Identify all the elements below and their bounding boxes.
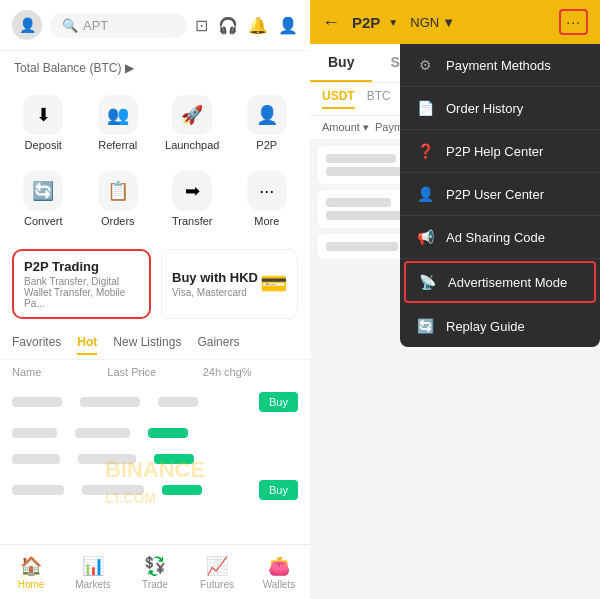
transfer-label: Transfer xyxy=(172,215,213,227)
seller-blur xyxy=(326,198,391,207)
tab-hot[interactable]: Hot xyxy=(77,331,97,355)
convert-label: Convert xyxy=(24,215,63,227)
tab-buy[interactable]: Buy xyxy=(310,44,372,82)
dropdown-menu: ⚙ Payment Methods 📄 Order History ❓ P2P … xyxy=(400,44,600,347)
tab-usdt[interactable]: USDT xyxy=(322,89,355,109)
replay-label: Replay Guide xyxy=(446,319,525,334)
col-change: 24h chg% xyxy=(203,366,298,378)
nav-trade[interactable]: 💱 Trade xyxy=(124,555,186,590)
header-icons: ⊡ 🎧 🔔 👤 xyxy=(195,16,298,35)
ad-sharing-icon: 📢 xyxy=(416,229,434,245)
referral-label: Referral xyxy=(98,139,137,151)
change-blur-green xyxy=(154,454,194,464)
action-convert[interactable]: 🔄 Convert xyxy=(8,163,79,235)
action-deposit[interactable]: ⬇ Deposit xyxy=(8,87,79,159)
markets-label: Markets xyxy=(75,579,111,590)
search-icon: 🔍 xyxy=(62,18,78,33)
bell-icon[interactable]: 🔔 xyxy=(248,16,268,35)
name-blur xyxy=(12,428,57,438)
menu-order-history[interactable]: 📄 Order History xyxy=(400,87,600,130)
p2p-label: P2P xyxy=(256,139,277,151)
avatar[interactable]: 👤 xyxy=(12,10,42,40)
markets-icon: 📊 xyxy=(82,555,104,577)
list-item xyxy=(0,446,310,472)
action-transfer[interactable]: ➡ Transfer xyxy=(157,163,228,235)
buy-hkd-card[interactable]: Buy with HKD Visa, Mastercard 💳 xyxy=(161,249,298,319)
orders-label: Orders xyxy=(101,215,135,227)
seller-blur xyxy=(326,242,398,251)
trade-icon: 💱 xyxy=(144,555,166,577)
more-dots-icon: ··· xyxy=(566,14,581,30)
p2p-icon: 👤 xyxy=(247,95,287,135)
p2p-card-sub: Bank Transfer, Digital Wallet Transfer, … xyxy=(24,276,139,309)
p2p-card-title: P2P Trading xyxy=(24,259,139,274)
p2p-trading-card[interactable]: P2P Trading Bank Transfer, Digital Walle… xyxy=(12,249,151,319)
tab-gainers[interactable]: Gainers xyxy=(197,331,239,355)
menu-payment-methods[interactable]: ⚙ Payment Methods xyxy=(400,44,600,87)
payment-label: Payment Methods xyxy=(446,58,551,73)
replay-icon: 🔄 xyxy=(416,318,434,334)
action-launchpad[interactable]: 🚀 Launchpad xyxy=(157,87,228,159)
balance-arrow: ▶ xyxy=(125,61,134,75)
buy-card-sub: Visa, Mastercard xyxy=(172,287,258,298)
launchpad-icon: 🚀 xyxy=(172,95,212,135)
tab-new-listings[interactable]: New Listings xyxy=(113,331,181,355)
ad-mode-icon: 📡 xyxy=(418,274,436,290)
card-row: P2P Trading Bank Transfer, Digital Walle… xyxy=(0,241,310,327)
col-price: Last Price xyxy=(107,366,202,378)
action-more[interactable]: ··· More xyxy=(232,163,303,235)
bottom-nav: 🏠 Home 📊 Markets 💱 Trade 📈 Futures 👛 Wal… xyxy=(0,544,310,599)
home-icon: 🏠 xyxy=(20,555,42,577)
scan-icon[interactable]: ⊡ xyxy=(195,16,208,35)
menu-p2p-user-center[interactable]: 👤 P2P User Center xyxy=(400,173,600,216)
ad-mode-label: Advertisement Mode xyxy=(448,275,567,290)
p2p-title: P2P xyxy=(352,14,380,31)
headphone-icon[interactable]: 🎧 xyxy=(218,16,238,35)
buy-button-2[interactable]: Buy xyxy=(259,480,298,500)
tab-favorites[interactable]: Favorites xyxy=(12,331,61,355)
tab-btc[interactable]: BTC xyxy=(367,89,391,109)
amount-filter[interactable]: Amount ▾ xyxy=(322,121,369,134)
wallets-label: Wallets xyxy=(263,579,295,590)
more-label: More xyxy=(254,215,279,227)
price-blur xyxy=(75,428,130,438)
name-blur xyxy=(12,485,64,495)
referral-icon: 👥 xyxy=(98,95,138,135)
order-icon: 📄 xyxy=(416,100,434,116)
deposit-icon: ⬇ xyxy=(23,95,63,135)
nav-home[interactable]: 🏠 Home xyxy=(0,555,62,590)
buy-card-title: Buy with HKD xyxy=(172,270,258,285)
back-button[interactable]: ← xyxy=(322,12,340,33)
name-blur xyxy=(12,454,60,464)
price-blur xyxy=(80,397,140,407)
price-blur xyxy=(82,485,144,495)
menu-advertisement-mode[interactable]: 📡 Advertisement Mode xyxy=(404,261,596,303)
change-blur xyxy=(158,397,198,407)
search-text: APT xyxy=(83,18,108,33)
currency-label: NGN xyxy=(410,15,439,30)
nav-markets[interactable]: 📊 Markets xyxy=(62,555,124,590)
list-header: Name Last Price 24h chg% xyxy=(0,360,310,384)
left-header: 👤 🔍 APT ⊡ 🎧 🔔 👤 xyxy=(0,0,310,51)
nav-wallets[interactable]: 👛 Wallets xyxy=(248,555,310,590)
payment-icon: ⚙ xyxy=(416,57,434,73)
menu-replay-guide[interactable]: 🔄 Replay Guide xyxy=(400,305,600,347)
nav-futures[interactable]: 📈 Futures xyxy=(186,555,248,590)
help-label: P2P Help Center xyxy=(446,144,543,159)
change-blur-green xyxy=(162,485,202,495)
menu-p2p-help[interactable]: ❓ P2P Help Center xyxy=(400,130,600,173)
list-item: Buy xyxy=(0,384,310,420)
currency-badge[interactable]: NGN ▼ xyxy=(410,15,455,30)
action-p2p[interactable]: 👤 P2P xyxy=(232,87,303,159)
more-menu-button[interactable]: ··· xyxy=(559,9,588,35)
menu-ad-sharing[interactable]: 📢 Ad Sharing Code xyxy=(400,216,600,259)
user-icon[interactable]: 👤 xyxy=(278,16,298,35)
list-item: Buy xyxy=(0,472,310,508)
action-referral[interactable]: 👥 Referral xyxy=(83,87,154,159)
buy-button-1[interactable]: Buy xyxy=(259,392,298,412)
ad-sharing-label: Ad Sharing Code xyxy=(446,230,545,245)
action-orders[interactable]: 📋 Orders xyxy=(83,163,154,235)
balance-section: Total Balance (BTC) ▶ xyxy=(0,51,310,81)
p2p-dropdown-arrow: ▼ xyxy=(388,17,398,28)
search-box[interactable]: 🔍 APT xyxy=(50,13,187,38)
